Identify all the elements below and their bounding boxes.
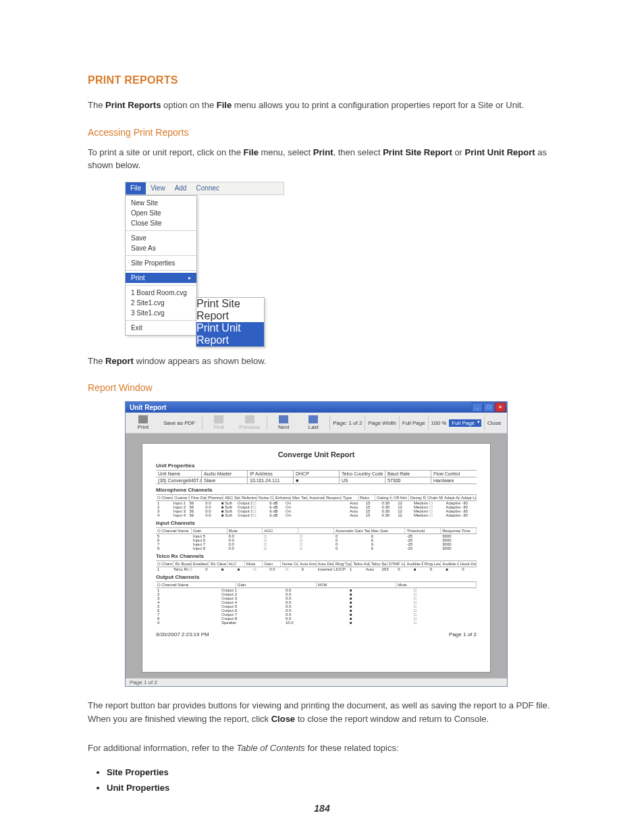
list-item: Site Properties [107,764,563,780]
next-page-button[interactable]: Next [270,414,297,432]
t: for these related topics: [305,743,399,753]
t: Print [138,424,149,430]
minimize-icon[interactable]: _ [472,402,483,412]
menu-add[interactable]: Add [170,184,192,192]
unit-val-row: (30) Converge840T-03Slave10.101.24.111■U… [156,477,477,484]
report-window-screenshot: Unit Report _ □ × Print Save as PDF Firs… [125,401,508,687]
close-icon[interactable]: × [495,402,506,412]
t: The [88,100,105,110]
menu-close-site[interactable]: Close Site [126,218,196,228]
t: Close [271,714,295,724]
unit-properties-label: Unit Properties [156,463,477,469]
save-pdf-button[interactable]: Save as PDF [159,419,199,427]
menu-recent-3[interactable]: 3 Site1.cvg [126,308,196,318]
t: Report [105,356,134,366]
menu-save-as[interactable]: Save As [126,243,196,253]
t: menu allows you to print a configuration… [232,100,524,110]
intro-paragraph: The Print Reports option on the File men… [88,99,563,112]
t: File [217,100,232,110]
prev-page-button[interactable]: Previous [235,414,264,432]
print-submenu: Print Site Report Print Unit Report [196,297,265,347]
first-page-button[interactable]: First [205,414,232,432]
maximize-icon[interactable]: □ [483,402,494,412]
telco-rx-label: Telco Rx Channels [156,553,477,559]
page-info: Page: 1 of 2 [333,420,362,426]
unit-head-row: Unit NameAudio MasterIP AddressDHCPTelco… [156,470,477,477]
print-button[interactable]: Print [130,414,157,432]
mic-table: O Channel NameCoarse GainFine GainPhanto… [156,494,477,517]
t: Last [308,424,319,430]
menu-print-site-report[interactable]: Print Site Report [196,298,264,322]
full-page-button[interactable]: Full Page [402,420,425,426]
menu-new-site[interactable]: New Site [126,198,196,208]
t: File [244,147,259,157]
window-title-bar: Unit Report _ □ × [126,402,507,413]
zoom-label: 100 % [431,420,447,426]
last-page-button[interactable]: Last [300,414,327,432]
mic-channels-label: Microphone Channels [156,487,477,493]
chevron-right-icon: ▸ [188,275,191,281]
t: Next [278,424,289,430]
t: to close the report window and return to… [295,714,489,724]
page-number: 184 [0,803,644,814]
menu-open-site[interactable]: Open Site [126,208,196,218]
t: Save as PDF [163,420,195,426]
page-title: PRINT REPORTS [88,74,563,86]
more-info-paragraph: For additional information, refer to the… [88,741,563,755]
output-table: O Channel NameGainNOMMute1Output 10.0■□2… [156,581,477,625]
t: To print a site or unit report, click on… [88,147,244,157]
menu-save[interactable]: Save [126,233,196,243]
t: Previous [239,424,260,430]
output-channels-label: Output Channels [156,574,477,580]
menu-connect[interactable]: Connec [191,184,223,192]
t: The [88,356,105,366]
t: Print Site Report [383,147,452,157]
t: Table of Contents [236,743,304,753]
t: Print Reports [105,100,161,110]
report-footer-page: Page 1 of 2 [449,631,477,637]
report-title: Converge Unit Report [156,450,477,459]
t: Print [131,274,145,282]
input-table: O Channel NameGainMuteAGCAutomatic Gain … [156,527,477,550]
heading-report-window: Report Window [88,382,563,393]
menu-recent-2[interactable]: 2 Site1.cvg [126,298,196,308]
status-bar: Page 1 of 2 [126,678,507,686]
menu-recent-1[interactable]: 1 Board Room.cvg [126,288,196,298]
t: option on the [161,100,216,110]
report-page: Converge Unit Report Unit Properties Uni… [142,443,491,673]
t: window appears as shown below. [134,356,267,366]
t: or [452,147,465,157]
menu-print[interactable]: Print ▸ [126,273,196,283]
heading-accessing: Accessing Print Reports [88,127,563,138]
t: First [213,424,224,430]
menu-file[interactable]: File [126,182,146,194]
t: Print Unit Report [465,147,535,157]
menu-print-unit-report[interactable]: Print Unit Report [196,322,264,346]
page-width-button[interactable]: Page Width [368,420,396,426]
list-item: Unit Properties [107,780,563,796]
menu-site-properties[interactable]: Site Properties [126,258,196,268]
telco-table: O Channel NameRx BoostEnabled BoostRx Cl… [156,561,477,571]
report-intro: The Report window appears as shown below… [88,355,563,368]
t: For additional information, refer to the [88,743,236,753]
menu-view[interactable]: View [146,184,170,192]
zoom-select[interactable]: Full Page [449,419,481,427]
window-title: Unit Report [130,404,166,411]
menu-exit[interactable]: Exit [126,323,196,333]
t: Print [313,147,333,157]
input-channels-label: Input Channels [156,520,477,526]
report-toolbar: Print Save as PDF First Previous Next La… [126,413,507,434]
report-footer-date: 8/20/2007 2:23:19 PM [156,631,209,637]
t: , then select [333,147,383,157]
close-button[interactable]: Close [487,420,501,426]
footer-paragraph: The report button bar provides buttons f… [88,699,563,725]
menubar: File View Add Connec [125,182,284,195]
related-topics-list: Site Properties Unit Properties [107,764,563,796]
t: menu, select [259,147,313,157]
file-menu-screenshot: File View Add Connec New Site Open Site … [125,182,284,336]
access-paragraph: To print a site or unit report, click on… [88,146,563,172]
file-dropdown: New Site Open Site Close Site Save Save … [125,195,197,336]
